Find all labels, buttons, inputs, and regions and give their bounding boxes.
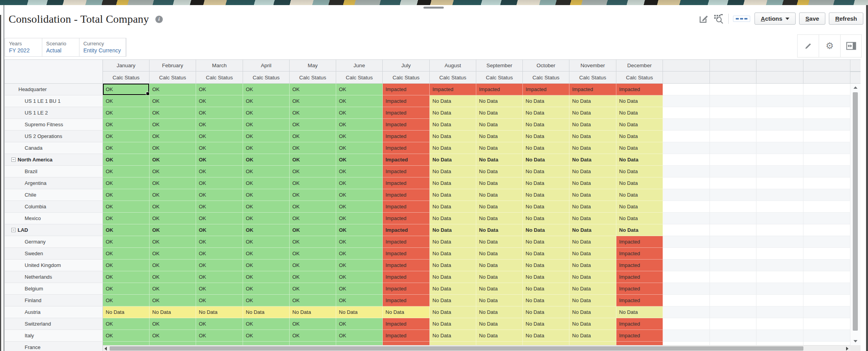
grid-cell[interactable]: No Data — [476, 318, 523, 330]
row-header[interactable]: US 2 Operations — [4, 131, 103, 142]
grid-cell[interactable]: OK — [103, 224, 149, 236]
grid-cell[interactable]: No Data — [523, 306, 569, 318]
row-header[interactable]: Finland — [4, 295, 103, 306]
grid-cell[interactable]: No Data — [476, 283, 523, 295]
grid-cell[interactable]: OK — [196, 283, 243, 295]
grid-cell[interactable]: No Data — [476, 295, 523, 306]
grid-cell[interactable]: OK — [103, 236, 149, 248]
grid-cell[interactable]: Impacted — [383, 248, 430, 260]
grid-cell[interactable]: OK — [196, 119, 243, 131]
grid-cell[interactable]: No Data — [523, 248, 569, 260]
column-header-october[interactable]: October — [523, 59, 569, 72]
grid-cell[interactable]: OK — [290, 142, 336, 154]
grid-cell[interactable]: OK — [336, 154, 383, 166]
grid-cell[interactable]: OK — [103, 166, 149, 177]
grid-cell[interactable]: No Data — [476, 166, 523, 177]
grid-cell[interactable]: OK — [149, 154, 196, 166]
grid-cell[interactable]: No Data — [476, 236, 523, 248]
grid-cell[interactable]: Impacted — [383, 271, 430, 283]
grid-cell[interactable]: No Data — [569, 283, 616, 295]
grid-cell[interactable]: No Data — [476, 107, 523, 119]
grid-cell[interactable]: No Data — [383, 306, 430, 318]
grid-cell[interactable]: No Data — [523, 295, 569, 306]
sub-header-calc-status[interactable]: Calc Status — [243, 72, 290, 84]
grid-cell[interactable]: No Data — [523, 283, 569, 295]
grid-cell[interactable]: OK — [149, 330, 196, 342]
grid-cell[interactable]: No Data — [476, 177, 523, 189]
grid-cell[interactable]: OK — [336, 224, 383, 236]
grid-cell[interactable]: OK — [196, 177, 243, 189]
scroll-left-icon[interactable] — [104, 347, 107, 351]
grid-cell[interactable]: No Data — [523, 142, 569, 154]
grid-cell[interactable]: No Data — [430, 236, 476, 248]
grid-cell[interactable]: Impacted — [383, 213, 430, 224]
grid-cell[interactable]: OK — [196, 271, 243, 283]
grid-cell[interactable]: OK — [196, 295, 243, 306]
grid-cell[interactable]: OK — [196, 236, 243, 248]
grid-cell[interactable]: No Data — [336, 306, 383, 318]
grid-cell[interactable]: OK — [336, 330, 383, 342]
grid-cell[interactable]: OK — [336, 295, 383, 306]
grid-cell[interactable]: OK — [336, 189, 383, 201]
column-header-may[interactable]: May — [290, 59, 336, 72]
grid-cell[interactable]: OK — [196, 131, 243, 142]
grid-cell[interactable]: No Data — [616, 224, 663, 236]
grid-cell[interactable]: No Data — [430, 330, 476, 342]
grid-cell[interactable]: No Data — [430, 95, 476, 107]
grid-cell[interactable]: OK — [149, 189, 196, 201]
grid-cell[interactable]: No Data — [430, 271, 476, 283]
grid-cell[interactable]: OK — [243, 283, 290, 295]
column-header-november[interactable]: November — [569, 59, 616, 72]
edit-pencil-icon[interactable] — [797, 35, 819, 57]
grid-cell[interactable]: OK — [290, 166, 336, 177]
grid-cell[interactable]: No Data — [569, 95, 616, 107]
settings-gear-icon[interactable]: ⚙ — [819, 35, 840, 57]
grid-cell[interactable]: OK — [103, 131, 149, 142]
grid-cell[interactable]: No Data — [523, 236, 569, 248]
grid-cell[interactable]: OK — [103, 107, 149, 119]
column-header-april[interactable]: April — [243, 59, 290, 72]
grid-cell[interactable]: OK — [103, 142, 149, 154]
grid-cell[interactable]: Impacted — [383, 119, 430, 131]
grid-cell[interactable]: No Data — [476, 201, 523, 213]
grid-cell[interactable]: No Data — [569, 154, 616, 166]
grid-cell[interactable]: OK — [290, 189, 336, 201]
row-header[interactable]: France — [4, 342, 103, 351]
grid-cell[interactable]: Impacted — [383, 142, 430, 154]
grid-cell[interactable]: No Data — [430, 283, 476, 295]
grid-cell[interactable]: No Data — [430, 107, 476, 119]
row-header[interactable]: Headquarter — [4, 84, 103, 95]
grid-cell[interactable]: OK — [196, 95, 243, 107]
row-header[interactable]: Netherlands — [4, 271, 103, 283]
collapse-header-handle[interactable] — [423, 7, 444, 9]
grid-cell[interactable]: Impacted — [383, 224, 430, 236]
grid-cell[interactable]: No Data — [523, 107, 569, 119]
sub-header-calc-status[interactable]: Calc Status — [523, 72, 569, 84]
grid-cell[interactable]: No Data — [523, 318, 569, 330]
grid-cell[interactable]: OK — [290, 260, 336, 271]
grid-cell[interactable]: No Data — [569, 213, 616, 224]
member-selector-icon[interactable] — [713, 13, 724, 24]
grid-cell[interactable]: OK — [336, 283, 383, 295]
row-header[interactable]: Canada — [4, 142, 103, 154]
grid-cell[interactable]: No Data — [476, 95, 523, 107]
grid-cell[interactable]: OK — [336, 84, 383, 95]
row-header[interactable]: Austria — [4, 306, 103, 318]
grid-cell[interactable]: OK — [196, 84, 243, 95]
grid-cell[interactable]: No Data — [569, 119, 616, 131]
sub-header-calc-status[interactable]: Calc Status — [196, 72, 243, 84]
grid-cell[interactable]: OK — [149, 271, 196, 283]
grid-cell[interactable]: Impacted — [383, 95, 430, 107]
grid-cell[interactable]: No Data — [430, 131, 476, 142]
row-header[interactable]: Argentina — [4, 177, 103, 189]
grid-cell[interactable]: No Data — [430, 142, 476, 154]
grid-cell[interactable]: OK — [290, 330, 336, 342]
grid-cell[interactable]: OK — [149, 119, 196, 131]
scroll-up-icon[interactable] — [854, 86, 857, 89]
grid-cell[interactable]: OK — [149, 177, 196, 189]
grid-cell[interactable]: No Data — [243, 306, 290, 318]
grid-cell[interactable]: OK — [336, 248, 383, 260]
grid-cell[interactable]: No Data — [476, 119, 523, 131]
sub-header-calc-status[interactable]: Calc Status — [149, 72, 196, 84]
collapse-icon[interactable] — [11, 228, 16, 232]
